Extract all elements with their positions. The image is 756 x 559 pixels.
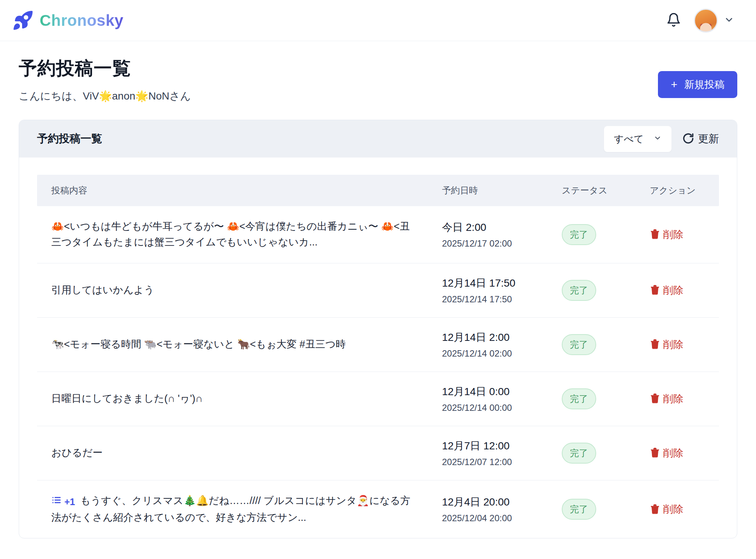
page-head: 予約投稿一覧 こんにちは、ViV🌟anon🌟NoNさん + 新規投稿 [19,41,737,103]
table-row: 日曜日にしておきました(∩ 'ヮ')∩ 12月14日 0:00 2025/12/… [37,372,719,426]
brand-name: Chronosky [40,12,124,30]
schedule-datetime: 12月14日 2:00 2025/12/14 02:00 [442,330,562,359]
schedule-datetime-main: 今日 2:00 [442,220,562,235]
status-badge: 完了 [562,224,596,245]
status-badge: 完了 [562,334,596,355]
trash-icon [650,284,660,296]
delete-label: 削除 [663,284,683,297]
page-title: 予約投稿一覧 [19,56,191,81]
bell-icon [666,12,681,28]
trash-icon [650,504,660,515]
delete-button[interactable]: 削除 [650,446,683,460]
chevron-down-icon [724,15,734,27]
table-row: 🦀<いつもは牛どもが牛耳ってるが〜 🦀<今宵は僕たちの出番カニぃ〜 🦀<丑三つタ… [37,206,719,263]
column-header-datetime: 予約日時 [442,184,562,196]
delete-button[interactable]: 削除 [650,338,683,351]
column-header-status: ステータス [562,184,650,196]
notifications-button[interactable] [666,12,681,28]
post-content-text: 🐄<モォー寝る時間 🐃<モォー寝ないと 🐂<もぉ大変 #丑三つ時 [51,339,346,350]
status-badge: 完了 [562,280,596,301]
post-content: 🐄<モォー寝る時間 🐃<モォー寝ないと 🐂<もぉ大変 #丑三つ時 [51,337,420,352]
delete-button[interactable]: 削除 [650,284,683,297]
post-content-text: おひるだー [51,447,103,458]
top-navbar: Chronosky [0,0,756,41]
trash-icon [650,339,660,350]
post-content: 日曜日にしておきました(∩ 'ヮ')∩ [51,391,420,407]
table-row: 🐄<モォー寝る時間 🐃<モォー寝ないと 🐂<もぉ大変 #丑三つ時 12月14日 … [37,317,719,372]
post-content: 🦀<いつもは牛どもが牛耳ってるが〜 🦀<今宵は僕たちの出番カニぃ〜 🦀<丑三つタ… [51,219,420,250]
schedule-datetime-full: 2025/12/17 02:00 [442,238,562,249]
post-content: +1もうすぐ、クリスマス🎄🔔だね……//// ブルスコにはサンタ🎅になる方法がた… [51,493,420,526]
brand[interactable]: Chronosky [11,9,124,32]
schedule-datetime-main: 12月7日 12:00 [442,439,562,453]
trash-icon [650,229,660,240]
schedule-datetime: 12月7日 12:00 2025/12/07 12:00 [442,439,562,467]
schedule-datetime-main: 12月14日 2:00 [442,330,562,345]
schedule-datetime: 12月4日 20:00 2025/12/04 20:00 [442,495,562,523]
post-content-text: 日曜日にしておきました(∩ 'ヮ')∩ [51,393,202,404]
navbar-right [666,9,734,33]
panel-title: 予約投稿一覧 [37,131,102,146]
table-row: 引用してはいかんよう 12月14日 17:50 2025/12/14 17:50… [37,263,719,317]
new-post-label: 新規投稿 [684,78,725,91]
delete-label: 削除 [663,446,683,460]
delete-label: 削除 [663,503,683,516]
delete-button[interactable]: 削除 [650,503,683,516]
thread-list-icon [51,494,61,510]
schedule-datetime-main: 12月14日 0:00 [442,385,562,399]
posts-table: 投稿内容 予約日時 ステータス アクション 🦀<いつもは牛どもが牛耳ってるが〜 … [19,158,737,538]
filter-selected-value: すべて [614,132,644,146]
delete-button[interactable]: 削除 [650,392,683,406]
delete-label: 削除 [663,338,683,351]
refresh-button[interactable]: 更新 [682,132,719,146]
schedule-datetime-main: 12月14日 17:50 [442,276,562,290]
status-badge: 完了 [562,499,596,520]
refresh-label: 更新 [698,132,719,146]
delete-label: 削除 [663,392,683,406]
scheduled-posts-panel: 予約投稿一覧 すべて [19,120,737,538]
table-body: 🦀<いつもは牛どもが牛耳ってるが〜 🦀<今宵は僕たちの出番カニぃ〜 🦀<丑三つタ… [37,206,719,538]
rocket-logo-icon [11,9,34,32]
table-header-row: 投稿内容 予約日時 ステータス アクション [37,175,719,206]
schedule-datetime-full: 2025/12/14 17:50 [442,294,562,305]
plus-icon: + [671,79,677,90]
post-content: 引用してはいかんよう [51,282,420,298]
new-post-button[interactable]: + 新規投稿 [658,71,737,98]
avatar [694,9,718,33]
thread-badge-group: +1 [51,494,75,510]
column-header-content: 投稿内容 [37,184,442,196]
chevron-down-icon [653,134,662,144]
schedule-datetime-full: 2025/12/07 12:00 [442,457,562,467]
delete-button[interactable]: 削除 [650,228,683,241]
status-badge: 完了 [562,443,596,464]
main-content: 予約投稿一覧 こんにちは、ViV🌟anon🌟NoNさん + 新規投稿 予約投稿一… [0,41,756,538]
trash-icon [650,393,660,404]
refresh-icon [682,132,694,146]
schedule-datetime: 今日 2:00 2025/12/17 02:00 [442,220,562,249]
post-content-text: 引用してはいかんよう [51,284,154,296]
schedule-datetime-full: 2025/12/14 00:00 [442,403,562,413]
schedule-datetime-main: 12月4日 20:00 [442,495,562,509]
table-row: +1もうすぐ、クリスマス🎄🔔だね……//// ブルスコにはサンタ🎅になる方法がた… [37,480,719,538]
status-filter-select[interactable]: すべて [604,126,672,152]
schedule-datetime: 12月14日 0:00 2025/12/14 00:00 [442,385,562,413]
schedule-datetime-full: 2025/12/04 20:00 [442,513,562,523]
panel-header: 予約投稿一覧 すべて [19,120,737,158]
schedule-datetime-full: 2025/12/14 02:00 [442,348,562,359]
schedule-datetime: 12月14日 17:50 2025/12/14 17:50 [442,276,562,305]
account-menu[interactable] [694,9,734,33]
delete-label: 削除 [663,228,683,241]
column-header-action: アクション [650,184,719,196]
trash-icon [650,447,660,459]
table-row: おひるだー 12月7日 12:00 2025/12/07 12:00 完了 削除 [37,426,719,480]
greeting-text: こんにちは、ViV🌟anon🌟NoNさん [19,89,191,103]
post-content-text: もうすぐ、クリスマス🎄🔔だね……//// ブルスコにはサンタ🎅になる方法がたくさ… [51,495,411,523]
post-content-text: 🦀<いつもは牛どもが牛耳ってるが〜 🦀<今宵は僕たちの出番カニぃ〜 🦀<丑三つタ… [51,221,410,248]
panel-controls: すべて 更新 [604,126,719,152]
post-content: おひるだー [51,445,420,461]
thread-count-badge: +1 [64,495,75,509]
status-badge: 完了 [562,388,596,409]
